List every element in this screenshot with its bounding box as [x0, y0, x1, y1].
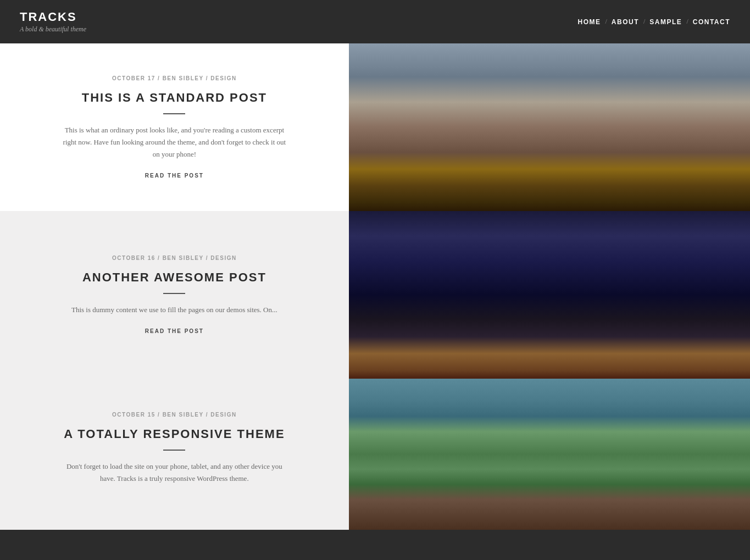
- post-image-1: [349, 43, 750, 211]
- post-card-1: OCTOBER 17 / BEN SIBLEY / DESIGN THIS IS…: [0, 43, 750, 211]
- post-excerpt-2: This is dummy content we use to fill the…: [71, 304, 277, 316]
- nav-sep-2: /: [643, 18, 645, 26]
- post-excerpt-1: This is what an ordinary post looks like…: [59, 124, 290, 160]
- nav-sep-1: /: [605, 18, 607, 26]
- post-meta-1: OCTOBER 17 / BEN SIBLEY / DESIGN: [112, 75, 237, 81]
- post-divider-3: [163, 450, 185, 451]
- nav-sample[interactable]: SAMPLE: [649, 18, 682, 26]
- post-card-3: OCTOBER 15 / BEN SIBLEY / DESIGN A TOTAL…: [0, 379, 750, 530]
- post-divider-1: [163, 113, 185, 114]
- site-tagline: A bold & beautiful theme: [20, 25, 86, 34]
- post-image-3: [349, 379, 750, 530]
- post-title-2: ANOTHER AWESOME POST: [82, 270, 266, 286]
- post-meta-2: OCTOBER 16 / BEN SIBLEY / DESIGN: [112, 255, 237, 261]
- post-content-3: OCTOBER 15 / BEN SIBLEY / DESIGN A TOTAL…: [0, 379, 349, 530]
- post-image-2: [349, 211, 750, 379]
- read-more-1[interactable]: READ THE POST: [145, 173, 204, 179]
- read-more-2[interactable]: READ THE POST: [145, 328, 204, 335]
- post-content-2: OCTOBER 16 / BEN SIBLEY / DESIGN ANOTHER…: [0, 211, 349, 379]
- nav-sep-3: /: [686, 18, 688, 26]
- nav-about[interactable]: ABOUT: [612, 18, 639, 26]
- nav-contact[interactable]: CONTACT: [693, 18, 730, 26]
- main-nav: HOME / ABOUT / SAMPLE / CONTACT: [578, 18, 731, 26]
- site-title: TRACKS: [20, 10, 86, 24]
- nav-home[interactable]: HOME: [578, 18, 601, 26]
- post-meta-3: OCTOBER 15 / BEN SIBLEY / DESIGN: [112, 412, 237, 418]
- posts-container: OCTOBER 17 / BEN SIBLEY / DESIGN THIS IS…: [0, 43, 750, 530]
- post-divider-2: [163, 293, 185, 294]
- site-branding: TRACKS A bold & beautiful theme: [20, 10, 86, 34]
- post-card-2: OCTOBER 16 / BEN SIBLEY / DESIGN ANOTHER…: [0, 211, 750, 379]
- post-title-1: THIS IS A STANDARD POST: [82, 90, 267, 106]
- post-content-1: OCTOBER 17 / BEN SIBLEY / DESIGN THIS IS…: [0, 43, 349, 211]
- post-title-3: A TOTALLY RESPONSIVE THEME: [64, 426, 285, 442]
- site-header: TRACKS A bold & beautiful theme HOME / A…: [0, 0, 750, 43]
- post-excerpt-3: Don't forget to load the site on your ph…: [59, 461, 290, 485]
